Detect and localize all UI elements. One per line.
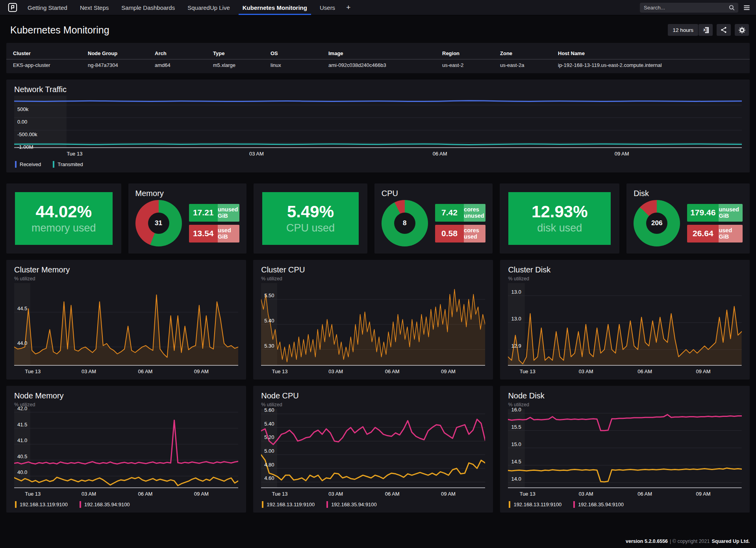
cluster-cpu-chart[interactable]: 5.505.405.30Tue 1303 AM06 AM09 AM bbox=[261, 283, 485, 376]
cell-type: m5.xlarge bbox=[213, 59, 271, 71]
legend-item[interactable]: 192.168.35.94:9100 bbox=[573, 501, 624, 508]
memory-donut-tile: Memory 31 17.21 unused GiB 13.54 used Gi… bbox=[128, 183, 247, 254]
node-disk-chart[interactable]: 16.015.515.014.514.0Tue 1303 AM06 AM09 A… bbox=[508, 409, 742, 509]
page-title: Kubernetes Monitoring bbox=[10, 24, 109, 36]
search-icon[interactable] bbox=[728, 4, 735, 11]
cluster-memory-unit: % utilized bbox=[14, 276, 238, 281]
x-axis: Tue 1303 AM06 AM09 AM bbox=[508, 366, 742, 376]
y-tick-label: 15.0 bbox=[511, 441, 521, 447]
x-tick-label: 03 AM bbox=[328, 491, 343, 497]
y-tick-label: 41.0 bbox=[17, 437, 27, 443]
x-axis: Tue 1303 AM06 AM09 AM bbox=[14, 148, 742, 158]
table-row[interactable]: EKS-app-cluster ng-847a7304 amd64 m5.xla… bbox=[6, 59, 750, 71]
squaredup-logo[interactable] bbox=[4, 0, 21, 15]
x-tick-label: 06 AM bbox=[385, 491, 400, 497]
cell-arch: amd64 bbox=[155, 59, 213, 71]
disk-used-kpi[interactable]: 12.93% disk used bbox=[508, 192, 611, 245]
legend-item[interactable]: Received bbox=[15, 161, 41, 168]
x-tick-label: 09 AM bbox=[696, 368, 711, 374]
y-tick-label: 5.40 bbox=[264, 318, 274, 324]
x-tick-label: 06 AM bbox=[138, 368, 153, 374]
cpu-donut-chart[interactable]: 8 bbox=[382, 200, 428, 246]
node-disk-panel: Node Disk % utilized 16.015.515.014.514.… bbox=[500, 386, 750, 513]
legend-item[interactable]: 192.168.13.119:9100 bbox=[509, 501, 561, 508]
node-cpu-panel: Node CPU % utilized 5.605.405.205.004.80… bbox=[253, 386, 493, 513]
col-type: Type bbox=[213, 48, 271, 59]
cluster-disk-title: Cluster Disk bbox=[508, 265, 742, 274]
legend-item[interactable]: 192.168.35.94:9100 bbox=[326, 501, 377, 508]
legend-item[interactable]: 192.168.13.119:9100 bbox=[15, 501, 68, 508]
cell-host-name: ip-192-168-13-119.us-east-2.compute.inte… bbox=[558, 59, 743, 71]
svg-text:X: X bbox=[703, 28, 706, 32]
memory-used-label: memory used bbox=[32, 222, 96, 234]
x-tick-label: 06 AM bbox=[637, 368, 652, 374]
cell-node-group: ng-847a7304 bbox=[88, 59, 155, 71]
col-image: Image bbox=[328, 48, 442, 59]
y-tick-label: 5.30 bbox=[264, 343, 274, 349]
x-tick-label: 03 AM bbox=[82, 491, 96, 497]
x-tick-label: 03 AM bbox=[579, 368, 593, 374]
settings-button[interactable] bbox=[735, 24, 749, 36]
legend-swatch bbox=[262, 501, 263, 508]
disk-used-badge: 26.64 used GiB bbox=[687, 225, 743, 243]
time-range-button[interactable]: 12 hours bbox=[668, 24, 698, 36]
cell-zone: us-east-2a bbox=[500, 59, 558, 71]
cluster-disk-chart[interactable]: 13.013.012.9Tue 1303 AM06 AM09 AM bbox=[508, 283, 742, 376]
tab-next-steps[interactable]: Next Steps bbox=[74, 0, 115, 15]
menu-icon[interactable] bbox=[743, 4, 750, 11]
y-tick-label: 14.0 bbox=[511, 476, 521, 482]
chart-legend: 192.168.13.119:9100192.168.35.94:9100 bbox=[14, 498, 238, 509]
network-traffic-chart[interactable]: 500k0.00-500.00k-1.00MTue 1303 AM06 AM09… bbox=[14, 96, 742, 168]
cluster-memory-chart[interactable]: 44.544.0Tue 1303 AM06 AM09 AM bbox=[14, 283, 238, 376]
node-memory-chart[interactable]: 42.041.541.040.540.0Tue 1303 AM06 AM09 A… bbox=[14, 409, 238, 509]
x-tick-label: 06 AM bbox=[637, 491, 652, 497]
cluster-cpu-unit: % utilized bbox=[261, 276, 485, 281]
y-tick-label: -500.00k bbox=[17, 131, 37, 137]
chart-legend: 192.168.13.119:9100192.168.35.94:9100 bbox=[508, 498, 742, 509]
x-tick-label: 09 AM bbox=[441, 368, 456, 374]
tab-kubernetes-monitoring[interactable]: Kubernetes Monitoring bbox=[236, 0, 313, 15]
node-cpu-unit: % utilized bbox=[261, 402, 485, 407]
table-header-row: Cluster Node Group Arch Type OS Image Re… bbox=[6, 48, 750, 59]
cpu-used-kpi[interactable]: 5.49% CPU used bbox=[262, 192, 359, 245]
tab-squaredup-live[interactable]: SquaredUp Live bbox=[181, 0, 236, 15]
cluster-disk-panel: Cluster Disk % utilized 13.013.012.9Tue … bbox=[500, 260, 750, 380]
node-memory-panel: Node Memory % utilized 42.041.541.040.54… bbox=[6, 386, 246, 513]
legend-item[interactable]: 192.168.35.94:9100 bbox=[80, 501, 130, 508]
y-tick-label: 15.5 bbox=[511, 424, 521, 430]
y-tick-label: 500k bbox=[17, 106, 28, 112]
disk-donut-chart[interactable]: 206 bbox=[634, 200, 680, 246]
tab-getting-started[interactable]: Getting Started bbox=[21, 0, 74, 15]
x-tick-label: 09 AM bbox=[615, 151, 629, 157]
y-tick-label: 5.50 bbox=[264, 293, 274, 298]
memory-used-badge: 13.54 used GiB bbox=[189, 225, 240, 243]
search-box bbox=[640, 3, 738, 13]
node-info-panel: Cluster Node Group Arch Type OS Image Re… bbox=[6, 43, 750, 73]
cpu-donut-tile: CPU 8 7.42 cores unused 0.58 cores used bbox=[374, 183, 493, 254]
x-tick-label: Tue 13 bbox=[272, 368, 287, 374]
memory-donut-chart[interactable]: 31 bbox=[135, 200, 182, 246]
legend-swatch bbox=[80, 501, 81, 508]
chart-legend: ReceivedTransmited bbox=[14, 158, 742, 168]
tab-users[interactable]: Users bbox=[313, 0, 341, 15]
col-arch: Arch bbox=[155, 48, 213, 59]
x-tick-label: Tue 13 bbox=[25, 368, 41, 374]
legend-item[interactable]: 192.168.13.119:9100 bbox=[262, 501, 315, 508]
x-tick-label: Tue 13 bbox=[520, 491, 536, 497]
x-tick-label: 03 AM bbox=[249, 151, 264, 157]
node-memory-unit: % utilized bbox=[14, 402, 238, 407]
memory-used-kpi[interactable]: 44.02% memory used bbox=[15, 192, 113, 245]
tab-sample-dashboards[interactable]: Sample Dashboards bbox=[115, 0, 181, 15]
y-tick-label: 42.0 bbox=[17, 405, 27, 411]
node-cpu-chart[interactable]: 5.605.405.205.004.804.60Tue 1303 AM06 AM… bbox=[261, 409, 485, 509]
legend-item[interactable]: Transmited bbox=[53, 161, 83, 168]
x-tick-label: Tue 13 bbox=[25, 491, 41, 497]
y-tick-label: 44.0 bbox=[17, 340, 27, 346]
excel-export-button[interactable]: X bbox=[699, 24, 713, 36]
x-tick-label: 06 AM bbox=[433, 151, 447, 157]
search-input[interactable] bbox=[644, 5, 728, 11]
share-button[interactable] bbox=[717, 24, 731, 36]
x-tick-label: 03 AM bbox=[579, 491, 593, 497]
dashboard-toolbar: 12 hours X bbox=[668, 24, 749, 36]
add-tab-button[interactable]: + bbox=[341, 0, 355, 15]
